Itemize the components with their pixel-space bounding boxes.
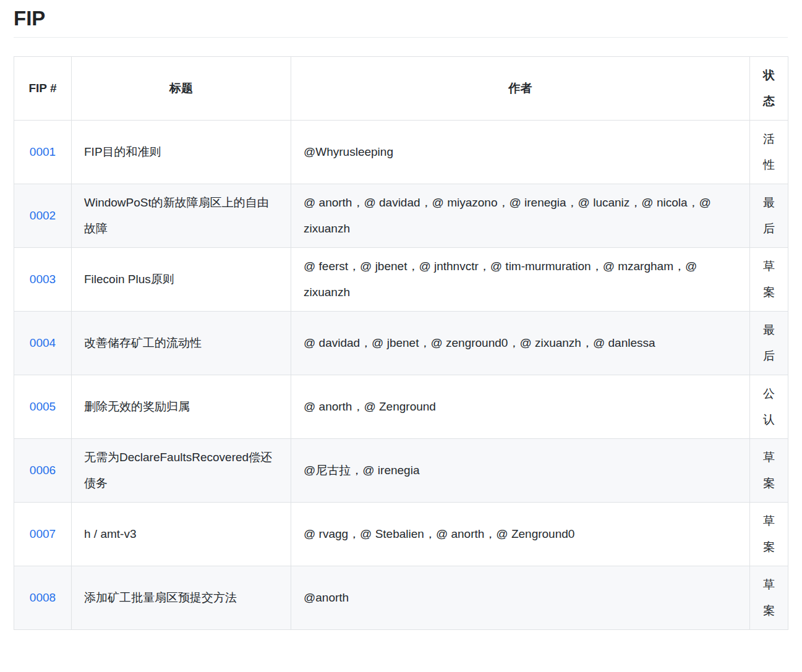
table-row: 0005 删除无效的奖励归属 @ anorth，@ Zenground 公认 — [14, 375, 788, 439]
authors-cell: @尼古拉，@ irenegia — [291, 439, 750, 503]
title-cell: FIP目的和准则 — [72, 121, 291, 184]
authors-cell: @Whyrusleeping — [291, 121, 750, 184]
status-cell: 草案 — [750, 503, 788, 566]
authors-cell: @ rvagg，@ Stebalien，@ anorth，@ Zenground… — [291, 503, 750, 566]
table-row: 0003 Filecoin Plus原则 @ feerst，@ jbenet，@… — [14, 248, 788, 312]
authors-cell: @ anorth，@ davidad，@ miyazono，@ irenegia… — [291, 184, 750, 248]
status-cell: 公认 — [750, 375, 788, 439]
title-cell: 改善储存矿工的流动性 — [72, 312, 291, 375]
title-cell: Filecoin Plus原则 — [72, 248, 291, 312]
fip-number-link[interactable]: 0005 — [30, 400, 56, 413]
fip-number-cell: 0006 — [14, 439, 72, 503]
fip-number-link[interactable]: 0008 — [30, 591, 56, 604]
fip-number-cell: 0002 — [14, 184, 72, 248]
fip-number-link[interactable]: 0007 — [30, 527, 56, 540]
status-cell: 最后 — [750, 312, 788, 375]
fip-number-link[interactable]: 0001 — [30, 145, 56, 158]
status-cell: 草案 — [750, 566, 788, 630]
table-row: 0008 添加矿工批量扇区预提交方法 @anorth 草案 — [14, 566, 788, 630]
fip-number-cell: 0008 — [14, 566, 72, 630]
fip-number-link[interactable]: 0006 — [30, 464, 56, 477]
table-row: 0004 改善储存矿工的流动性 @ davidad，@ jbenet，@ zen… — [14, 312, 788, 375]
table-row: 0007 h / amt-v3 @ rvagg，@ Stebalien，@ an… — [14, 503, 788, 566]
status-cell: 草案 — [750, 439, 788, 503]
title-cell: 删除无效的奖励归属 — [72, 375, 291, 439]
fip-number-link[interactable]: 0002 — [30, 209, 56, 222]
page-title: FIP — [14, 6, 788, 38]
column-header-status: 状态 — [750, 57, 788, 121]
fip-number-cell: 0007 — [14, 503, 72, 566]
table-row: 0006 无需为DeclareFaultsRecovered偿还债务 @尼古拉，… — [14, 439, 788, 503]
fip-number-cell: 0004 — [14, 312, 72, 375]
fip-number-cell: 0003 — [14, 248, 72, 312]
title-cell: h / amt-v3 — [72, 503, 291, 566]
page-container: FIP FIP # 标题 作者 状态 0001 FIP目的和准则 @Whyrus… — [0, 0, 802, 642]
authors-cell: @ davidad，@ jbenet，@ zenground0，@ zixuan… — [291, 312, 750, 375]
fip-number-cell: 0005 — [14, 375, 72, 439]
fip-number-link[interactable]: 0003 — [30, 273, 56, 286]
fip-number-link[interactable]: 0004 — [30, 336, 56, 349]
authors-cell: @ feerst，@ jbenet，@ jnthnvctr，@ tim-murm… — [291, 248, 750, 312]
status-cell: 最后 — [750, 184, 788, 248]
table-row: 0001 FIP目的和准则 @Whyrusleeping 活性 — [14, 121, 788, 184]
column-header-authors: 作者 — [291, 57, 750, 121]
column-header-fip-number: FIP # — [14, 57, 72, 121]
title-cell: WindowPoSt的新故障扇区上的自由故障 — [72, 184, 291, 248]
title-cell: 无需为DeclareFaultsRecovered偿还债务 — [72, 439, 291, 503]
authors-cell: @ anorth，@ Zenground — [291, 375, 750, 439]
fip-table: FIP # 标题 作者 状态 0001 FIP目的和准则 @Whyrusleep… — [14, 56, 788, 630]
column-header-title: 标题 — [72, 57, 291, 121]
authors-cell: @anorth — [291, 566, 750, 630]
table-row: 0002 WindowPoSt的新故障扇区上的自由故障 @ anorth，@ d… — [14, 184, 788, 248]
table-header-row: FIP # 标题 作者 状态 — [14, 57, 788, 121]
fip-number-cell: 0001 — [14, 121, 72, 184]
status-cell: 活性 — [750, 121, 788, 184]
title-cell: 添加矿工批量扇区预提交方法 — [72, 566, 291, 630]
table-body: 0001 FIP目的和准则 @Whyrusleeping 活性 0002 Win… — [14, 121, 788, 630]
status-cell: 草案 — [750, 248, 788, 312]
